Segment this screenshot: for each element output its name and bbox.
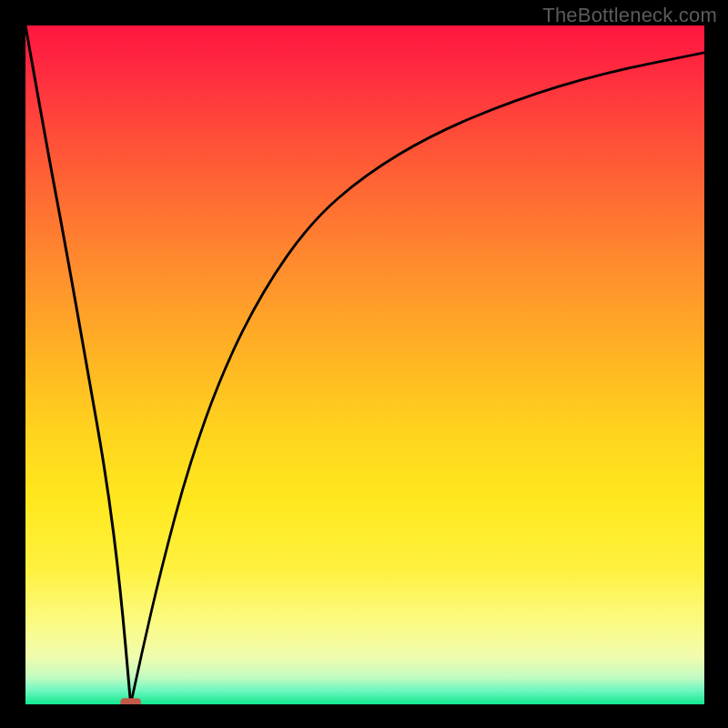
cusp-marker (120, 698, 140, 704)
watermark-text: TheBottleneck.com (542, 4, 717, 27)
curve-layer (25, 25, 704, 704)
curve-right-branch (131, 53, 704, 704)
plot-area (25, 25, 704, 704)
curve-left-branch (25, 25, 131, 704)
chart-frame: TheBottleneck.com (0, 0, 728, 728)
